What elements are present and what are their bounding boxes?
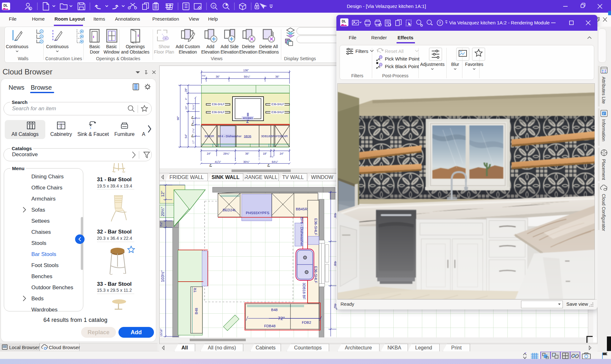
svg-text:18": 18": [263, 152, 267, 155]
svg-text:3DB18: 3DB18: [261, 134, 270, 138]
svg-text:401993: 401993: [243, 116, 253, 120]
svg-text:ℒ: ℒ: [191, 116, 194, 119]
svg-text:ℒ: ℒ: [191, 134, 194, 138]
svg-text:B48: B48: [271, 308, 277, 312]
svg-text:Reset All: Reset All: [385, 48, 404, 54]
svg-text:15/16": 15/16": [160, 329, 163, 337]
svg-text:PHS93XYPFS: PHS93XYPFS: [246, 211, 269, 215]
svg-text:ℒ: ℒ: [209, 163, 212, 167]
svg-text:12": 12": [160, 191, 165, 197]
svg-text:BF6 - Dishwasher: BF6 - Dishwasher: [300, 217, 304, 246]
svg-text:BB45R: BB45R: [296, 207, 307, 211]
svg-text:DL: DL: [342, 20, 346, 23]
svg-text:E36-SHLF: E36-SHLF: [314, 266, 318, 283]
svg-text:E36-SHLF: E36-SHLF: [212, 111, 225, 114]
svg-text:BF6: BF6: [270, 134, 276, 138]
svg-text:FDB2: FDB2: [302, 321, 311, 324]
svg-text:29¾": 29¾": [223, 152, 230, 155]
svg-text:FDB48: FDB48: [264, 324, 276, 328]
svg-text:B48: B48: [194, 308, 198, 314]
svg-text:36": 36": [216, 75, 220, 78]
svg-text:103½": 103½": [160, 270, 165, 282]
svg-text:E36-SHLF: E36-SHLF: [314, 218, 318, 235]
svg-text:30¾": 30¾": [243, 160, 250, 163]
svg-text:72": 72": [278, 316, 285, 321]
svg-text:ℒ: ℒ: [267, 163, 270, 167]
svg-text:E36-SHLF: E36-SHLF: [271, 103, 284, 106]
svg-text:136": 136": [243, 69, 249, 72]
svg-text:41⅞": 41⅞": [215, 160, 221, 163]
svg-text:BB45R: BB45R: [205, 134, 214, 138]
svg-text:FDB24R: FDB24R: [276, 134, 288, 138]
svg-text:54": 54": [184, 134, 188, 138]
svg-text:20⅖": 20⅖": [161, 207, 165, 216]
svg-text:51¾": 51¾": [192, 104, 194, 110]
svg-text:4 - Dishwasher: 4 - Dishwasher: [221, 134, 241, 138]
svg-text:64¼": 64¼": [272, 160, 278, 163]
svg-text:7½": 7½": [202, 75, 206, 77]
svg-text:?: ?: [439, 21, 441, 25]
svg-text:E36-SHLF: E36-SHLF: [212, 103, 225, 106]
svg-text:36": 36": [275, 75, 279, 78]
svg-text:DL: DL: [3, 4, 8, 7]
svg-text:ℒ: ℒ: [191, 123, 194, 126]
svg-text:SB36: SB36: [244, 134, 251, 138]
svg-text:24": 24": [280, 152, 283, 155]
svg-text:24": 24": [207, 152, 211, 155]
svg-text:4¼": 4¼": [270, 156, 274, 158]
svg-text:36": 36": [245, 152, 249, 155]
svg-text:6": 6": [185, 98, 187, 100]
svg-text:TR: TR: [193, 288, 197, 293]
svg-text:BED24L: BED24L: [223, 208, 236, 212]
svg-text:10": 10": [185, 106, 188, 110]
svg-text:17¾": 17¾": [192, 128, 194, 133]
svg-text:7⅛": 7⅛": [160, 222, 163, 227]
svg-text:Pick Black Point: Pick Black Point: [385, 64, 419, 69]
svg-text:96": 96": [176, 116, 180, 120]
svg-text:E36-SHLF: E36-SHLF: [271, 111, 284, 114]
svg-text:!: !: [30, 8, 30, 10]
svg-text:56¼": 56¼": [244, 75, 250, 78]
svg-text:28": 28": [184, 88, 188, 92]
svg-text:Pick White Point: Pick White Point: [385, 56, 420, 61]
svg-text:↺: ↺: [212, 4, 215, 8]
svg-text:17": 17": [192, 140, 194, 144]
svg-text:3DB18 BF: 3DB18 BF: [302, 283, 306, 299]
svg-text:Filters: Filters: [355, 48, 368, 54]
